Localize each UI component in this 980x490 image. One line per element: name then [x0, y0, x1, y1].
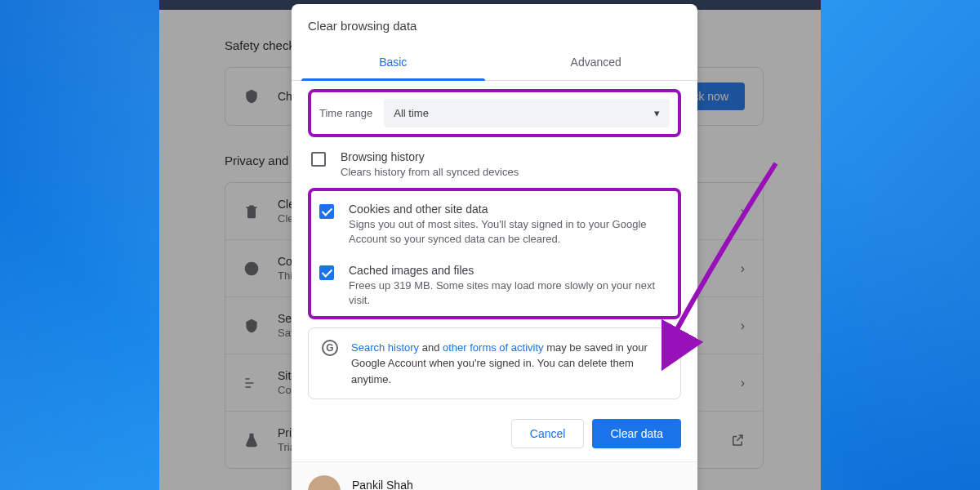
user-account-row: Pankil Shah Syncing to @gmail.com: [308, 475, 681, 490]
checkbox-browsing-history[interactable]: Browsing history Clears history from all…: [308, 142, 681, 188]
other-activity-link[interactable]: other forms of activity: [443, 341, 544, 354]
search-history-link[interactable]: Search history: [351, 341, 419, 354]
checkbox-checked-icon[interactable]: [319, 265, 334, 280]
tab-advanced[interactable]: Advanced: [495, 44, 698, 80]
google-icon: G: [322, 340, 338, 356]
checkbox-cookies[interactable]: Cookies and other site data Signs you ou…: [316, 194, 673, 255]
cancel-button[interactable]: Cancel: [511, 419, 585, 448]
checkbox-icon[interactable]: [311, 152, 326, 167]
clear-data-button[interactable]: Clear data: [592, 419, 681, 448]
checkbox-checked-icon[interactable]: [319, 204, 334, 219]
highlight-cookies-cache: Cookies and other site data Signs you ou…: [308, 188, 681, 319]
tab-basic[interactable]: Basic: [292, 44, 495, 80]
time-range-label: Time range: [319, 107, 372, 119]
time-range-value: All time: [394, 107, 429, 119]
chevron-down-icon: ▾: [654, 107, 660, 119]
clear-browsing-data-dialog: Clear browsing data Basic Advanced Time …: [292, 4, 697, 490]
dialog-tabs: Basic Advanced: [292, 44, 697, 81]
avatar: [308, 475, 341, 490]
google-account-info: G Search history and other forms of acti…: [308, 327, 681, 400]
user-name: Pankil Shah: [352, 479, 528, 490]
time-range-select[interactable]: All time ▾: [384, 99, 670, 127]
dialog-title: Clear browsing data: [292, 4, 697, 44]
highlight-time-range: Time range All time ▾: [308, 89, 681, 137]
checkbox-cached[interactable]: Cached images and files Frees up 319 MB.…: [316, 256, 673, 313]
